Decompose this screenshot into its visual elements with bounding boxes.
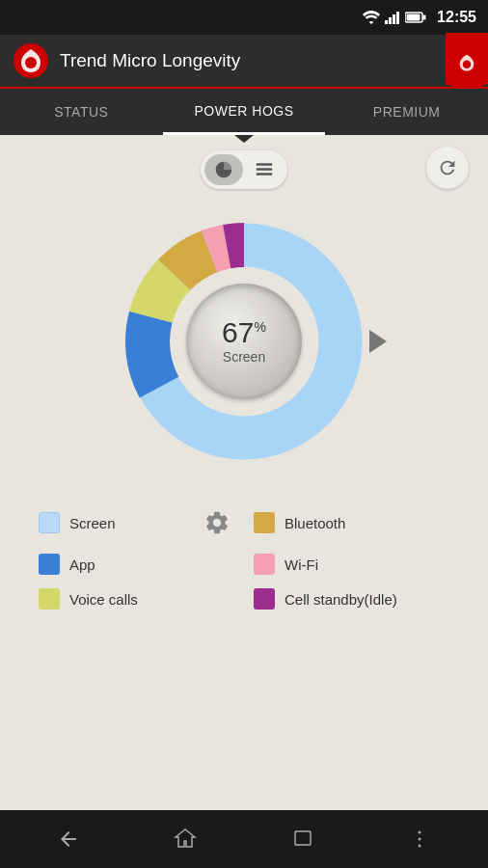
svg-rect-0 bbox=[385, 20, 388, 24]
legend-item-wifi: Wi-Fi bbox=[254, 554, 449, 575]
svg-point-10 bbox=[463, 61, 472, 69]
view-controls bbox=[0, 135, 488, 197]
svg-point-24 bbox=[419, 845, 421, 848]
tab-status[interactable]: Status bbox=[0, 89, 163, 135]
svg-point-22 bbox=[419, 831, 421, 834]
view-toggle-group bbox=[201, 150, 287, 189]
list-view-button[interactable] bbox=[245, 154, 284, 185]
legend-label-app: App bbox=[69, 556, 95, 573]
tabs: Status Power Hogs Premium bbox=[0, 89, 488, 135]
pie-view-button[interactable] bbox=[204, 154, 243, 185]
svg-rect-6 bbox=[423, 15, 426, 20]
app-logo bbox=[14, 43, 48, 78]
legend-color-bluetooth bbox=[254, 512, 275, 533]
legend-label-screen: Screen bbox=[69, 515, 116, 531]
legend-color-cell-standby bbox=[254, 588, 275, 610]
gear-icon bbox=[203, 509, 230, 536]
home-button[interactable] bbox=[156, 820, 214, 858]
donut-chart: 67% Screen bbox=[109, 206, 379, 476]
legend-color-screen bbox=[39, 512, 60, 533]
wifi-icon bbox=[363, 11, 380, 24]
home-icon bbox=[174, 827, 197, 851]
app-bar: Trend Micro Longevity + bbox=[0, 35, 488, 89]
legend: Screen Bluetooth App Wi-Fi Voice calls bbox=[0, 496, 488, 610]
signal-icon bbox=[385, 11, 400, 24]
legend-color-app bbox=[39, 554, 60, 575]
recent-apps-button[interactable] bbox=[274, 820, 332, 858]
chart-pointer-arrow bbox=[369, 330, 387, 353]
list-icon bbox=[255, 160, 274, 179]
legend-label-voice-calls: Voice calls bbox=[69, 591, 138, 608]
recent-apps-icon bbox=[291, 827, 314, 851]
legend-label-wifi: Wi-Fi bbox=[285, 556, 318, 573]
main-content: 67% Screen Screen Bluetooth App bbox=[0, 135, 488, 810]
svg-rect-5 bbox=[407, 14, 420, 21]
svg-rect-1 bbox=[389, 17, 392, 24]
svg-rect-12 bbox=[257, 168, 273, 171]
screen-settings-button[interactable] bbox=[200, 505, 234, 540]
legend-item-voice-calls: Voice calls bbox=[39, 588, 234, 610]
legend-color-voice-calls bbox=[39, 588, 60, 610]
legend-label-cell-standby: Cell standby(Idle) bbox=[285, 591, 397, 608]
back-icon bbox=[57, 827, 80, 851]
svg-point-23 bbox=[419, 838, 421, 841]
app-title: Trend Micro Longevity bbox=[60, 50, 462, 71]
status-icons: 12:55 bbox=[363, 9, 476, 26]
premium-logo-icon bbox=[456, 52, 477, 73]
legend-label-bluetooth: Bluetooth bbox=[285, 515, 345, 531]
chart-label: Screen bbox=[223, 349, 265, 365]
svg-rect-13 bbox=[257, 173, 273, 176]
pie-chart-icon bbox=[214, 160, 233, 179]
chart-percent: 67% bbox=[222, 318, 266, 347]
nav-bar bbox=[0, 810, 488, 868]
tab-power-hogs[interactable]: Power Hogs bbox=[163, 89, 326, 135]
legend-item-app: App bbox=[39, 554, 234, 575]
svg-point-8 bbox=[25, 57, 37, 68]
status-time: 12:55 bbox=[437, 9, 476, 26]
legend-item-cell-standby: Cell standby(Idle) bbox=[254, 588, 449, 610]
legend-color-wifi bbox=[254, 554, 275, 575]
more-options-button[interactable] bbox=[391, 820, 448, 858]
back-button[interactable] bbox=[40, 820, 97, 858]
chart-center: 67% Screen bbox=[186, 284, 302, 399]
premium-badge bbox=[446, 33, 488, 93]
svg-rect-11 bbox=[257, 163, 273, 166]
more-options-icon bbox=[408, 827, 431, 851]
svg-rect-2 bbox=[393, 14, 395, 24]
battery-icon bbox=[405, 12, 426, 23]
tab-arrow bbox=[234, 135, 254, 143]
svg-rect-21 bbox=[295, 831, 311, 845]
legend-item-bluetooth: Bluetooth bbox=[254, 505, 449, 540]
legend-item-screen: Screen bbox=[39, 505, 234, 540]
refresh-button[interactable] bbox=[426, 147, 469, 189]
tab-premium[interactable]: Premium bbox=[325, 89, 488, 135]
status-bar: 12:55 bbox=[0, 0, 488, 35]
svg-rect-3 bbox=[396, 12, 399, 24]
refresh-icon bbox=[437, 157, 458, 178]
